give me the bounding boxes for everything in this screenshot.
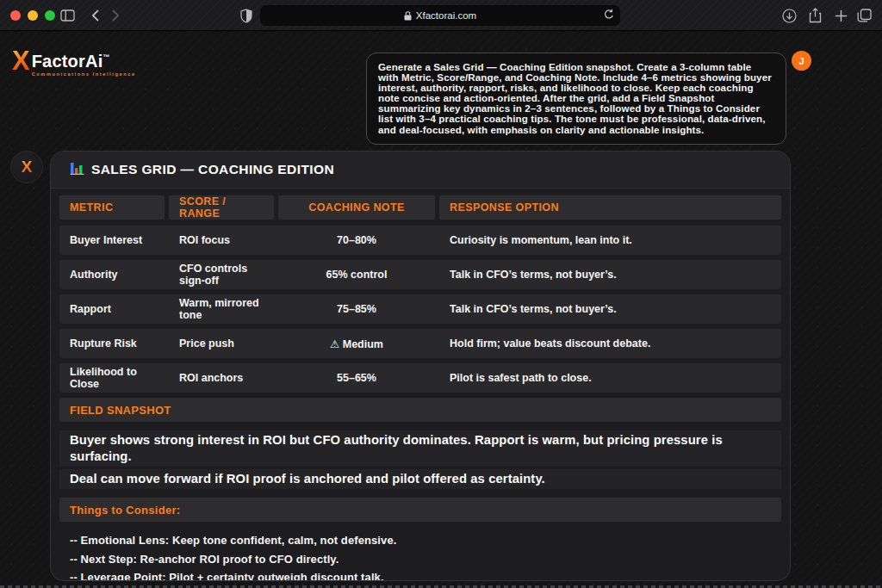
bar-chart-icon [70,161,84,178]
cell-score: ROI anchors [169,363,274,393]
minimize-window-button[interactable] [28,10,38,21]
cell-response: Hold firm; value beats discount debate. [439,329,781,358]
panel-header: SALES GRID — COACHING EDITION [51,152,790,189]
trademark-symbol: ™ [102,53,109,61]
sales-grid-panel: SALES GRID — COACHING EDITION METRIC SCO… [50,151,791,581]
things-to-consider-list: -- Emotional Lens: Keep tone confident, … [59,532,781,581]
panel-title: SALES GRID — COACHING EDITION [91,162,334,177]
cell-response: Pilot is safest path to close. [439,363,781,393]
table-row[interactable]: Rapport Warm, mirrored tone 75–85% Talk … [59,294,781,324]
browser-toolbar: Xfactorai.com [0,0,882,31]
cell-metric: Authority [59,260,165,289]
url-text: Xfactorai.com [416,10,476,21]
cell-score: ROI focus [169,226,274,255]
logo-name: FactorAi™ [32,52,110,71]
cell-score: CFO controls sign-off [169,260,274,289]
cell-note: 55–65% [278,363,435,393]
column-header-coaching-note[interactable]: COACHING NOTE [278,195,435,220]
things-to-consider-header: Things to Consider: [59,498,781,522]
cell-note: 75–85% [278,294,435,324]
lock-icon [404,11,412,21]
shield-icon[interactable] [238,7,255,24]
cell-note: 70–80% [278,226,435,255]
prompt-text-box[interactable]: Generate a Sales Grid — Coaching Edition… [366,53,786,145]
table-header-row: METRIC SCORE / RANGE COACHING NOTE RESPO… [59,195,781,220]
cell-metric: Rupture Risk [59,329,165,358]
download-icon[interactable] [780,7,798,24]
cell-response: Talk in CFO’s terms, not buyer’s. [439,260,781,289]
tabs-icon[interactable] [855,7,873,24]
cell-score: Price push [169,329,274,358]
app-window: Xfactorai.com X [0,0,882,588]
cell-response: Talk in CFO’s terms, not buyer’s. [439,294,781,324]
field-snapshot-line: Buyer shows strong interest in ROI but C… [59,430,781,467]
field-snapshot-body: Buyer shows strong interest in ROI but C… [59,430,781,489]
window-controls [10,10,55,21]
cell-score: Warm, mirrored tone [169,294,274,324]
table-row[interactable]: Buyer Interest ROI focus 70–80% Curiosit… [59,226,781,255]
column-header-response-option[interactable]: RESPONSE OPTION [439,195,781,220]
panel-close-button[interactable]: X [10,151,43,183]
consider-item: -- Next Step: Re-anchor ROI proof to CFO… [70,551,781,568]
new-tab-icon[interactable] [832,7,849,24]
logo-x-glyph: X [12,48,30,74]
zoom-window-button[interactable] [45,10,55,21]
column-header-metric[interactable]: METRIC [59,195,165,220]
share-icon[interactable] [806,7,823,24]
table-row[interactable]: Rupture Risk Price push ⚠ Medium Hold fi… [59,329,781,358]
sidebar-icon[interactable] [59,7,76,24]
table-row[interactable]: Likelihood to Close ROI anchors 55–65% P… [59,363,781,393]
reload-icon[interactable] [604,9,614,24]
back-icon[interactable] [86,7,103,24]
cell-metric: Buyer Interest [59,226,165,255]
consider-item: -- Leverage Point: Pilot + certainty out… [70,569,781,581]
user-avatar[interactable]: J [792,51,811,71]
column-header-score-range[interactable]: SCORE / RANGE [169,195,274,220]
cell-metric: Rapport [59,294,165,324]
consider-item: -- Emotional Lens: Keep tone confident, … [70,532,781,549]
address-bar[interactable]: Xfactorai.com [260,5,620,26]
table-row[interactable]: Authority CFO controls sign-off 65% cont… [59,260,781,289]
field-snapshot-header: FIELD SNAPSHOT [59,398,781,422]
cell-response: Curiosity is momentum, lean into it. [439,226,781,255]
cell-metric: Likelihood to Close [59,363,165,393]
cell-note-warning: ⚠ Medium [278,329,435,358]
cell-note: 65% control [278,260,435,289]
logo-tagline: Communications Intelligence [32,71,136,77]
brand-logo[interactable]: X FactorAi™ Communications Intelligence [12,48,136,77]
field-snapshot-line: Deal can move forward if ROI proof is an… [59,469,781,489]
close-window-button[interactable] [10,10,21,21]
close-x-glyph: X [22,158,33,176]
forward-icon[interactable] [107,7,124,24]
